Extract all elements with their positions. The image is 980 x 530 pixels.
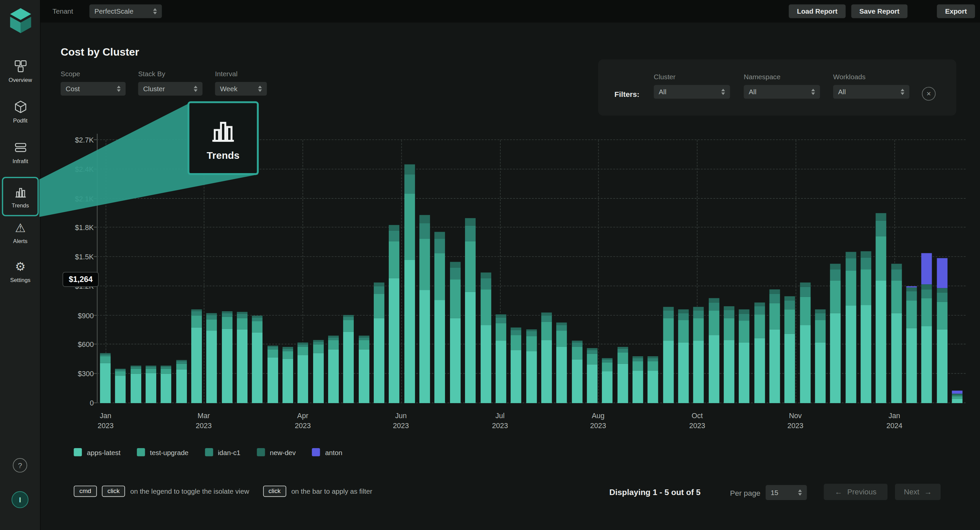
- bar-segment-apps-latest[interactable]: [845, 306, 856, 403]
- bar[interactable]: [830, 140, 841, 403]
- bar-segment-idan-c1[interactable]: [648, 358, 658, 361]
- bar-segment-idan-c1[interactable]: [404, 174, 415, 194]
- bar-segment-test-upgrade[interactable]: [237, 318, 248, 330]
- bar-segment-test-upgrade[interactable]: [648, 361, 658, 371]
- bar-segment-apps-latest[interactable]: [602, 371, 612, 403]
- bar-segment-test-upgrade[interactable]: [374, 294, 384, 318]
- bar[interactable]: [404, 140, 415, 403]
- bar-segment-apps-latest[interactable]: [313, 353, 324, 403]
- bar-segment-test-upgrade[interactable]: [344, 320, 354, 332]
- bar[interactable]: [252, 140, 263, 403]
- bar-segment-idan-c1[interactable]: [374, 286, 384, 294]
- bar[interactable]: [222, 140, 232, 403]
- bar-segment-idan-c1[interactable]: [633, 358, 643, 361]
- bar-segment-test-upgrade[interactable]: [435, 253, 445, 300]
- bar[interactable]: [952, 140, 963, 403]
- bar-segment-idan-c1[interactable]: [937, 293, 947, 302]
- bar-segment-apps-latest[interactable]: [754, 338, 765, 403]
- bar-segment-apps-latest[interactable]: [237, 330, 248, 403]
- bar-segment-apps-latest[interactable]: [161, 374, 172, 403]
- bar-segment-new-dev[interactable]: [724, 306, 735, 310]
- bar-segment-idan-c1[interactable]: [328, 337, 339, 340]
- bar-segment-apps-latest[interactable]: [770, 330, 780, 403]
- bar-segment-apps-latest[interactable]: [511, 350, 521, 403]
- bar-segment-apps-latest[interactable]: [283, 359, 293, 403]
- bar-segment-anton[interactable]: [952, 390, 963, 394]
- user-avatar[interactable]: I: [12, 491, 29, 508]
- bar[interactable]: [298, 140, 309, 403]
- bar-segment-new-dev[interactable]: [465, 218, 476, 226]
- bar-segment-apps-latest[interactable]: [207, 330, 217, 403]
- bar-segment-idan-c1[interactable]: [663, 311, 673, 318]
- bar-segment-test-upgrade[interactable]: [496, 323, 506, 341]
- interval-select[interactable]: Week: [215, 82, 267, 95]
- bar[interactable]: [617, 140, 628, 403]
- bar-segment-new-dev[interactable]: [861, 251, 872, 257]
- bar-segment-apps-latest[interactable]: [633, 371, 643, 403]
- bar-segment-idan-c1[interactable]: [800, 287, 810, 297]
- bar-segment-apps-latest[interactable]: [678, 342, 689, 403]
- bar[interactable]: [450, 140, 461, 403]
- bar-segment-apps-latest[interactable]: [450, 318, 461, 403]
- bar-segment-apps-latest[interactable]: [130, 374, 141, 403]
- bar-segment-test-upgrade[interactable]: [815, 320, 826, 342]
- bar-segment-apps-latest[interactable]: [374, 318, 384, 403]
- bar-segment-test-upgrade[interactable]: [130, 368, 141, 374]
- bar-segment-apps-latest[interactable]: [815, 342, 826, 403]
- bar-segment-apps-latest[interactable]: [419, 290, 430, 403]
- bar-segment-new-dev[interactable]: [419, 215, 430, 223]
- bar-segment-apps-latest[interactable]: [891, 313, 902, 403]
- bar-segment-test-upgrade[interactable]: [678, 320, 689, 342]
- bar[interactable]: [374, 140, 384, 403]
- bar[interactable]: [419, 140, 430, 403]
- bar-segment-apps-latest[interactable]: [572, 359, 582, 403]
- bar-segment-idan-c1[interactable]: [511, 330, 521, 335]
- bar-segment-new-dev[interactable]: [496, 314, 506, 317]
- bar-segment-apps-latest[interactable]: [191, 328, 202, 403]
- sidebar-item-podfit[interactable]: Podfit: [0, 100, 41, 124]
- bar-segment-new-dev[interactable]: [404, 165, 415, 174]
- bar-segment-test-upgrade[interactable]: [115, 371, 126, 375]
- bar-segment-idan-c1[interactable]: [419, 223, 430, 238]
- bar-segment-new-dev[interactable]: [906, 288, 917, 292]
- bar-segment-idan-c1[interactable]: [724, 310, 735, 317]
- bar-segment-idan-c1[interactable]: [207, 315, 217, 319]
- bar-segment-apps-latest[interactable]: [222, 328, 232, 403]
- bar[interactable]: [389, 140, 400, 403]
- bar-segment-test-upgrade[interactable]: [267, 349, 278, 357]
- bar-segment-idan-c1[interactable]: [267, 347, 278, 349]
- bar-segment-idan-c1[interactable]: [602, 359, 612, 362]
- scope-select[interactable]: Cost: [60, 82, 126, 95]
- legend-item[interactable]: new-dev: [257, 448, 296, 456]
- bar[interactable]: [465, 140, 476, 403]
- bar-segment-test-upgrade[interactable]: [633, 361, 643, 371]
- bar[interactable]: [359, 140, 369, 403]
- bar-segment-idan-c1[interactable]: [252, 317, 263, 321]
- bar-segment-test-upgrade[interactable]: [708, 311, 719, 335]
- bar[interactable]: [602, 140, 612, 403]
- bar[interactable]: [861, 140, 872, 403]
- bar-segment-idan-c1[interactable]: [739, 314, 749, 321]
- bar-segment-test-upgrade[interactable]: [861, 270, 872, 305]
- bar-segment-idan-c1[interactable]: [891, 269, 902, 280]
- legend-item[interactable]: anton: [312, 448, 342, 456]
- bar[interactable]: [176, 140, 187, 403]
- bar-segment-apps-latest[interactable]: [389, 278, 400, 403]
- bar[interactable]: [267, 140, 278, 403]
- bar-segment-anton[interactable]: [921, 253, 932, 284]
- bar[interactable]: [526, 140, 537, 403]
- bar-segment-apps-latest[interactable]: [526, 351, 537, 403]
- bar-segment-test-upgrade[interactable]: [328, 340, 339, 349]
- bar-segment-new-dev[interactable]: [663, 306, 673, 311]
- bar[interactable]: [815, 140, 826, 403]
- bar-segment-idan-c1[interactable]: [572, 343, 582, 347]
- bar[interactable]: [784, 140, 795, 403]
- bar-segment-idan-c1[interactable]: [176, 361, 187, 363]
- bar-segment-test-upgrade[interactable]: [572, 347, 582, 360]
- bar-segment-apps-latest[interactable]: [937, 329, 947, 403]
- bar-segment-apps-latest[interactable]: [739, 343, 749, 403]
- bar-segment-idan-c1[interactable]: [708, 302, 719, 311]
- bar-segment-new-dev[interactable]: [511, 328, 521, 330]
- bar-segment-idan-c1[interactable]: [815, 313, 826, 320]
- bar-segment-new-dev[interactable]: [754, 302, 765, 306]
